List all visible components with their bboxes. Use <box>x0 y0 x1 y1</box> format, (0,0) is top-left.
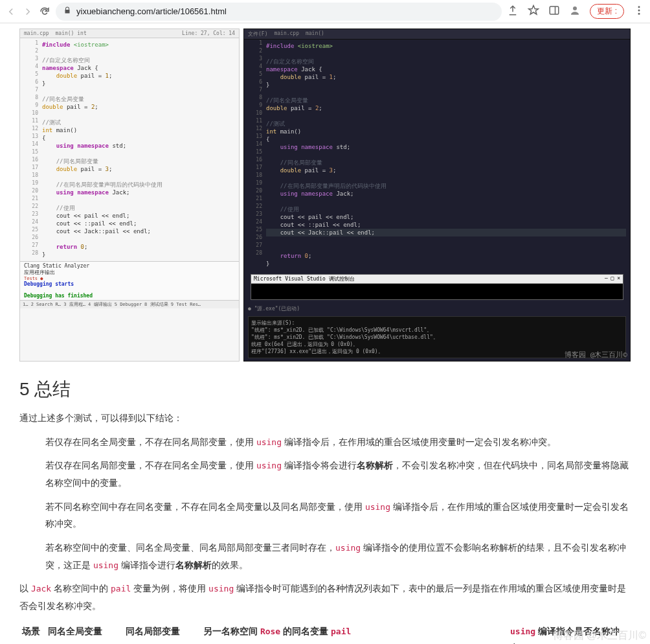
svg-point-4 <box>638 10 640 12</box>
ide-light-status: Line: 27, Col: 14 <box>182 30 235 36</box>
ide-dark-tab-func: main() <box>306 30 324 38</box>
bullet-1: 若仅存在同名全局变量，不存在同名局部变量，使用 using 编译指令后，在作用域… <box>45 433 631 451</box>
address-bar[interactable]: yixuebiancheng.com/article/106561.html <box>56 3 502 21</box>
intro-paragraph: 通过上述多个测试，可以得到以下结论： <box>19 409 631 427</box>
profile-icon[interactable] <box>569 5 581 18</box>
ide-light: main.cpp main() int Line: 27, Col: 14 1 … <box>19 29 240 362</box>
example-paragraph: 以 Jack 名称空间中的 pail 变量为例，将使用 using 编译指令时可… <box>19 580 631 614</box>
ide-dark: 文件(F) main.cpp main() 1 2 3 4 5 6 7 8 9 … <box>243 29 631 362</box>
update-button[interactable]: 更新 : <box>590 4 624 19</box>
ide-watermark: 博客园 @木三百川© <box>565 350 627 360</box>
svg-rect-0 <box>550 6 559 14</box>
forward-button[interactable] <box>22 6 34 17</box>
ide-light-tab-file: main.cpp <box>24 30 49 36</box>
ide-dark-code: #include <iostream> //自定义名称空间 namespace … <box>244 40 630 270</box>
vs-console-title: Microsoft Visual Studio 调试控制台 <box>254 275 355 282</box>
svg-point-5 <box>638 13 640 15</box>
svg-point-2 <box>573 6 577 10</box>
reload-button[interactable] <box>39 6 50 17</box>
th-rose: 另一名称空间 Rose 的同名变量 pail <box>201 621 508 645</box>
menu-icon[interactable] <box>633 5 645 18</box>
ide-dark-tab-file: main.cpp <box>274 30 299 38</box>
th-global: 同名全局变量 pail <box>45 621 123 645</box>
star-icon[interactable] <box>528 5 539 18</box>
analyzer-label: Clang Static Analyzer <box>24 263 235 269</box>
ide-dark-gutter: 1 2 3 4 5 6 7 8 9 10 11 12 13 14 15 16 1… <box>253 40 262 257</box>
output-launched: "源.exe"(已启动) <box>254 306 300 312</box>
debug-done: Debugging has finished <box>24 293 235 299</box>
share-icon[interactable] <box>507 5 519 18</box>
ide-dark-tab-menu: 文件(F) <box>248 30 267 38</box>
th-conflict: using 编译指令是否名称冲突 <box>508 621 631 645</box>
code-screenshot-pair: main.cpp main() int Line: 27, Col: 14 1 … <box>19 29 631 362</box>
bullet-4: 若名称空间中的变量、同名全局变量、同名局部局部变量三者同时存在，using 编译… <box>45 539 631 573</box>
section-heading: 5 总结 <box>19 377 631 402</box>
back-button[interactable] <box>5 6 17 17</box>
out-label: 显示输出来源(S): <box>251 319 623 327</box>
bullet-3: 若不同名称空间中存在同名变量，不存在同名全局变量以及同名局部变量，使用 usin… <box>45 498 631 533</box>
th-scene: 场景 <box>19 621 45 645</box>
bullet-2: 若仅存在同名局部变量，不存在同名全局变量，使用 using 编译指令将会进行名称… <box>45 457 631 491</box>
vs-console-popup: Microsoft Visual Studio 调试控制台— □ × <box>251 274 623 300</box>
th-local: 同名局部变量 pail <box>123 621 201 645</box>
ide-light-code: #include <iostream> //自定义名称空间 namespace … <box>20 38 239 261</box>
ide-light-tab-func: main() int <box>56 30 87 36</box>
debug-start: Debugging starts <box>24 281 235 287</box>
scenario-table: 场景 同名全局变量 pail 同名局部变量 pail 另一名称空间 Rose 的… <box>19 621 631 645</box>
lock-icon <box>63 6 71 16</box>
url-text: yixuebiancheng.com/article/106561.html <box>76 6 227 16</box>
panel-icon[interactable] <box>548 5 560 18</box>
ide-light-statusbar: 1… 2 Search R… 3 应用程… 4 编译输出 5 Debugger … <box>20 300 239 308</box>
ide-light-gutter: 1 2 3 4 5 6 7 8 9 10 11 12 13 14 15 16 1… <box>29 40 38 257</box>
browser-toolbar: yixuebiancheng.com/article/106561.html 更… <box>0 0 650 23</box>
run-label: 应用程序输出 <box>24 269 235 276</box>
svg-point-3 <box>638 6 640 8</box>
